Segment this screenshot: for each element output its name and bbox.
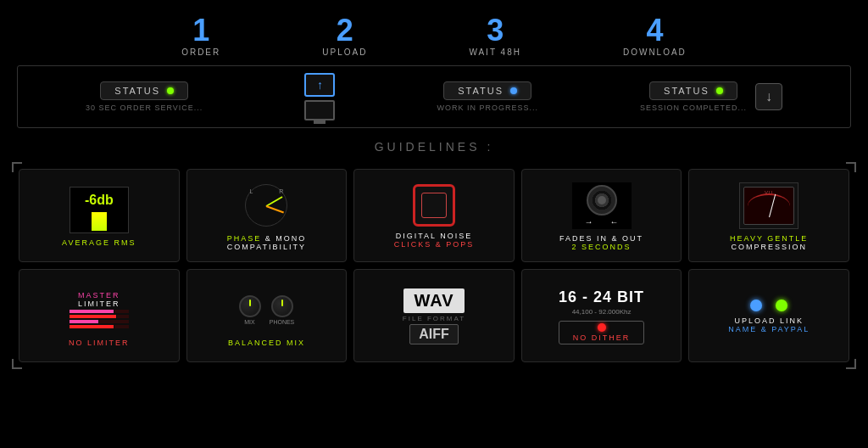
noise-label: DIGITAL NOISE CLICKS & POPS	[394, 232, 475, 249]
bar-row-1	[70, 310, 129, 313]
guidelines-grid: -6db AVERAGE RMS LR PHASE & MONO COMPATI…	[12, 162, 856, 369]
step-2: 2 UPLOAD	[322, 15, 367, 57]
vinyl-icon	[587, 185, 617, 216]
steps-header: 1 ORDER 2 UPLOAD 3 WAIT 48H 4 DOWNLOAD	[0, 0, 868, 65]
bit-sub: 44,100 - 92.000Khz	[572, 308, 632, 316]
bar-row-4	[70, 325, 129, 328]
card-digital-noise: DIGITAL NOISE CLICKS & POPS	[353, 169, 515, 262]
card-compression: VU HEAVY GENTLE COMPRESSION	[688, 169, 849, 262]
step-2-label: UPLOAD	[322, 48, 367, 57]
guidelines-title: GUIDELINES :	[0, 140, 868, 154]
mix-display: MIX PHONES	[236, 287, 296, 333]
phase-lr: LR	[246, 188, 287, 194]
fades-label: FADES IN & OUT 2 SECONDS	[559, 234, 643, 251]
status-subtext-3: WORK IN PROGRESS...	[437, 104, 538, 112]
corner-bl	[12, 359, 22, 369]
upload-area: ↑	[304, 73, 335, 120]
status-button-1[interactable]: STATUS	[100, 81, 188, 100]
noise-display	[413, 184, 455, 227]
status-label-3: STATUS	[458, 86, 504, 96]
knob-mix[interactable]	[239, 295, 261, 317]
balanced-mix-label: BALANCED MIX	[228, 339, 305, 347]
step-3-label: WAIT 48H	[469, 48, 521, 57]
phase-display: LR	[236, 182, 296, 229]
status-subtext-4: SESSION COMPLETED...	[640, 104, 747, 112]
rms-value: -6db	[85, 193, 114, 208]
status-subtext-1: 30 SEC ORDER SERVICE...	[86, 104, 203, 112]
bit-value: 16 - 24 BIT	[559, 288, 644, 306]
bar-row-3	[70, 320, 129, 323]
format-sub: FILE FORMAT	[403, 315, 465, 322]
corner-tr	[846, 162, 856, 172]
bit-display: 16 - 24 BIT 44,100 - 92.000Khz NO DITHER	[559, 288, 645, 344]
noise-inner	[421, 193, 447, 218]
step-4-label: DOWNLOAD	[623, 48, 687, 57]
monitor-icon	[304, 100, 335, 120]
status-group-4: STATUS SESSION COMPLETED... ↓	[640, 81, 782, 112]
limiter-label: NO LIMITER	[69, 339, 130, 347]
phase-label: PHASE & MONO COMPATIBILITY	[227, 234, 307, 251]
phase-needle-2	[266, 205, 284, 213]
card-master-limiter: MASTER LIMITER	[19, 269, 180, 362]
dither-dot	[598, 323, 606, 332]
fades-display: → ←	[572, 182, 632, 229]
knob-mix-label: MIX	[244, 319, 254, 325]
card-balanced-mix: MIX PHONES BALANCED MIX	[186, 269, 348, 362]
corner-br	[846, 359, 856, 369]
dither-box: NO DITHER	[559, 321, 645, 344]
format-wav: WAV	[403, 288, 464, 313]
download-button[interactable]: ↓	[755, 83, 782, 110]
format-aiff: AIFF	[409, 324, 459, 344]
bar-row-2	[70, 315, 129, 318]
knob-phones[interactable]	[271, 295, 293, 317]
rms-bar	[92, 212, 107, 231]
upload-link-display: UPLOAD LINK NAME & PAYPAL	[728, 300, 810, 333]
step-1-label: ORDER	[181, 48, 220, 57]
status-button-4[interactable]: STATUS	[649, 81, 737, 100]
status-dot-4	[716, 87, 723, 94]
comp-display: VU	[739, 182, 798, 229]
comp-label: HEAVY GENTLE COMPRESSION	[730, 234, 808, 251]
rms-display: -6db	[70, 187, 129, 233]
step-2-number: 2	[337, 15, 353, 46]
upload-link-label: UPLOAD LINK NAME & PAYPAL	[728, 316, 810, 333]
status-dot-3	[510, 87, 517, 94]
vu-meter: VU	[743, 187, 794, 225]
step-1-number: 1	[192, 15, 209, 46]
dot-green	[776, 300, 787, 311]
phase-needle-1	[266, 196, 283, 207]
step-4-number: 4	[646, 15, 663, 46]
dot-blue	[750, 300, 762, 311]
card-file-format: WAV FILE FORMAT AIFF	[353, 269, 515, 362]
status-dot-1	[167, 87, 174, 94]
card-fades: → ← FADES IN & OUT 2 SECONDS	[521, 169, 682, 262]
corner-tl	[12, 162, 22, 172]
status-group-1: STATUS 30 SEC ORDER SERVICE...	[86, 81, 203, 112]
card-bit-depth: 16 - 24 BIT 44,100 - 92.000Khz NO DITHER	[521, 269, 682, 362]
step-1: 1 ORDER	[181, 15, 220, 57]
upload-arrow-icon: ↑	[317, 78, 323, 92]
card-upload-link: UPLOAD LINK NAME & PAYPAL	[688, 269, 849, 362]
fades-arrows: → ←	[585, 217, 619, 227]
vinyl-center	[598, 196, 606, 204]
upload-icon[interactable]: ↑	[304, 73, 335, 97]
limiter-bars	[70, 310, 129, 328]
status-label-4: STATUS	[664, 86, 709, 96]
step-3: 3 WAIT 48H	[469, 15, 521, 57]
card-average-rms: -6db AVERAGE RMS	[19, 169, 180, 262]
status-row: STATUS 30 SEC ORDER SERVICE... ↑ STATUS …	[17, 65, 851, 128]
step-3-number: 3	[487, 15, 504, 46]
format-display: WAV FILE FORMAT AIFF	[403, 288, 465, 344]
status-label-1: STATUS	[114, 86, 160, 96]
limiter-display: MASTER LIMITER	[70, 287, 129, 333]
dots-row	[750, 300, 787, 311]
knob-phones-label: PHONES	[270, 319, 295, 325]
card-phase-mono: LR PHASE & MONO COMPATIBILITY	[186, 169, 348, 262]
rms-label: AVERAGE RMS	[62, 238, 136, 247]
dither-label: NO DITHER	[573, 333, 631, 342]
status-group-3: STATUS WORK IN PROGRESS...	[437, 81, 538, 112]
cards-grid: -6db AVERAGE RMS LR PHASE & MONO COMPATI…	[12, 162, 856, 369]
status-button-3[interactable]: STATUS	[443, 81, 531, 100]
phase-circle: LR	[245, 184, 287, 227]
step-4: 4 DOWNLOAD	[623, 15, 687, 57]
